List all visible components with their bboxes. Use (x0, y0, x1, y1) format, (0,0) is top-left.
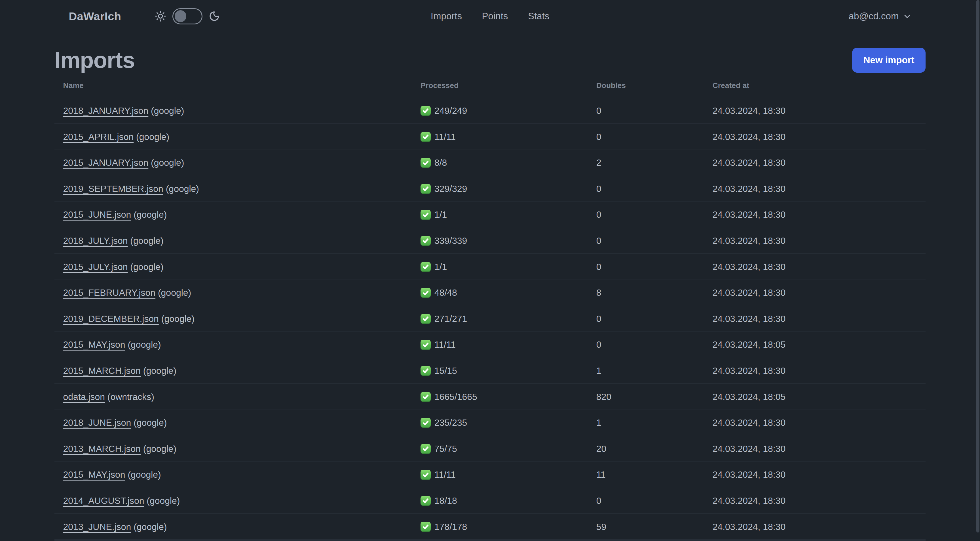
success-check-icon (420, 314, 430, 324)
success-check-icon (420, 236, 430, 246)
created-at: 24.03.2024, 18:30 (713, 158, 926, 168)
main-content: Imports New import Name Processed Double… (0, 46, 980, 541)
created-at: 24.03.2024, 18:30 (713, 469, 926, 480)
import-file-link[interactable]: 2015_MAY.json (63, 340, 125, 350)
imports-page: DaWarIch ImportsPointsStats (0, 0, 980, 541)
table-row: 2015_MAY.json (google) 11/11 11 24.03.20… (54, 462, 926, 488)
doubles-count: 2 (597, 158, 713, 168)
navbar: DaWarIch ImportsPointsStats (0, 0, 980, 33)
import-file-link[interactable]: 2013_MARCH.json (63, 444, 141, 454)
nav-link-imports[interactable]: Imports (431, 11, 462, 22)
import-file-link[interactable]: 2019_DECEMBER.json (63, 314, 159, 324)
created-at: 24.03.2024, 18:30 (713, 262, 926, 272)
success-check-icon (420, 132, 430, 142)
column-header-created-at: Created at (713, 81, 926, 90)
import-source: (google) (148, 105, 184, 116)
nav-link-points[interactable]: Points (482, 11, 508, 22)
import-file-link[interactable]: 2015_FEBRUARY.json (63, 287, 156, 298)
processed-count: 8/8 (434, 158, 447, 168)
created-at: 24.03.2024, 18:30 (713, 184, 926, 194)
import-source: (google) (144, 496, 180, 506)
column-header-name: Name (54, 81, 421, 90)
doubles-count: 1 (597, 365, 713, 376)
processed-count: 329/329 (434, 184, 467, 194)
doubles-count: 0 (597, 132, 713, 142)
user-email: ab@cd.com (849, 11, 899, 22)
table-row: 2019_DECEMBER.json (google) 271/271 0 24… (54, 306, 926, 332)
table-row: 2015_APRIL.json (google) 11/11 0 24.03.2… (54, 124, 926, 150)
import-file-link[interactable]: 2015_APRIL.json (63, 132, 134, 142)
page-header: Imports New import (54, 46, 926, 74)
import-file-link[interactable]: 2019_SEPTEMBER.json (63, 184, 163, 194)
import-file-link[interactable]: 2015_MAY.json (63, 469, 125, 480)
processed-count: 48/48 (434, 287, 457, 298)
processed-count: 235/235 (434, 418, 467, 428)
table-row: odata.json (owntracks) 1665/1665 820 24.… (54, 384, 926, 410)
import-file-link[interactable]: 2018_JUNE.json (63, 418, 131, 428)
import-file-link[interactable]: 2015_JUNE.json (63, 209, 131, 220)
import-source: (google) (125, 469, 161, 480)
nav-link-stats[interactable]: Stats (528, 11, 549, 22)
table-row: 2015_JUNE.json (google) 1/1 0 24.03.2024… (54, 202, 926, 228)
processed-count: 1665/1665 (434, 392, 477, 402)
app-logo[interactable]: DaWarIch (68, 10, 121, 23)
import-source: (google) (148, 158, 184, 168)
created-at: 24.03.2024, 18:05 (713, 392, 926, 402)
success-check-icon (420, 366, 430, 376)
processed-count: 178/178 (434, 522, 467, 532)
theme-toggle-group (155, 8, 220, 24)
import-source: (google) (131, 418, 167, 428)
table-row: 2015_MAY.json (google) 11/11 0 24.03.202… (54, 332, 926, 358)
theme-toggle-knob[interactable] (175, 10, 186, 22)
new-import-button[interactable]: New import (852, 48, 926, 73)
partial-row-highlight (54, 539, 926, 541)
import-source: (google) (127, 262, 163, 272)
imports-table: Name Processed Doubles Created at 2018_J… (54, 74, 926, 541)
import-file-link[interactable]: 2015_MARCH.json (63, 365, 141, 376)
created-at: 24.03.2024, 18:30 (713, 236, 926, 246)
doubles-count: 0 (597, 209, 713, 220)
table-header-row: Name Processed Doubles Created at (54, 74, 926, 98)
user-menu[interactable]: ab@cd.com (849, 11, 912, 22)
success-check-icon (420, 106, 430, 116)
created-at: 24.03.2024, 18:30 (713, 314, 926, 324)
import-file-link[interactable]: 2018_JANUARY.json (63, 105, 149, 116)
import-file-link[interactable]: 2015_JULY.json (63, 262, 128, 272)
theme-toggle[interactable] (172, 8, 202, 24)
created-at: 24.03.2024, 18:30 (713, 287, 926, 298)
success-check-icon (420, 444, 430, 454)
import-file-link[interactable]: 2013_JUNE.json (63, 522, 131, 532)
import-file-link[interactable]: odata.json (63, 392, 105, 402)
processed-count: 271/271 (434, 314, 467, 324)
import-source: (google) (134, 132, 169, 142)
import-source: (owntracks) (105, 392, 154, 402)
doubles-count: 0 (597, 236, 713, 246)
processed-count: 11/11 (434, 132, 456, 142)
table-body: 2018_JANUARY.json (google) 249/249 0 24.… (54, 98, 926, 541)
doubles-count: 0 (597, 496, 713, 506)
import-file-link[interactable]: 2018_JULY.json (63, 236, 128, 246)
import-file-link[interactable]: 2014_AUGUST.json (63, 496, 144, 506)
processed-count: 11/11 (434, 340, 456, 350)
doubles-count: 1 (597, 418, 713, 428)
import-source: (google) (131, 522, 167, 532)
doubles-count: 0 (597, 105, 713, 116)
table-row: 2013_JUNE.json (google) 178/178 59 24.03… (54, 514, 926, 540)
success-check-icon (420, 470, 430, 480)
scrollbar-thumb[interactable] (976, 0, 980, 533)
success-check-icon (420, 340, 430, 350)
column-header-doubles: Doubles (597, 81, 713, 90)
import-source: (google) (163, 184, 199, 194)
import-source: (google) (127, 236, 163, 246)
column-header-processed: Processed (420, 81, 596, 90)
doubles-count: 0 (597, 184, 713, 194)
import-file-link[interactable]: 2015_JANUARY.json (63, 158, 149, 168)
created-at: 24.03.2024, 18:30 (713, 105, 926, 116)
table-row: 2018_JUNE.json (google) 235/235 1 24.03.… (54, 410, 926, 436)
processed-count: 249/249 (434, 105, 467, 116)
table-row: 2014_AUGUST.json (google) 18/18 0 24.03.… (54, 488, 926, 514)
success-check-icon (420, 288, 430, 298)
success-check-icon (420, 210, 430, 220)
doubles-count: 8 (597, 287, 713, 298)
table-row: 2015_MARCH.json (google) 15/15 1 24.03.2… (54, 358, 926, 384)
